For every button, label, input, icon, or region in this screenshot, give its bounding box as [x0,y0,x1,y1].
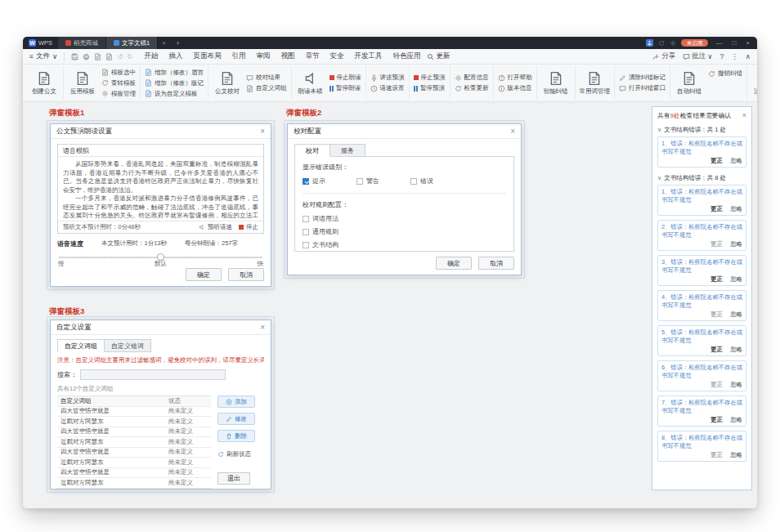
error-card[interactable]: 4、错误：检察院名称不存在或书写不规范 更正忽略 [657,290,746,321]
fix-button[interactable]: 更正 [711,240,723,248]
ok-button[interactable]: 确定 [186,268,222,281]
error-card[interactable]: 7、错误：检察院名称不存在或书写不规范 更正忽略 [657,396,746,427]
update-button[interactable]: 更新 [427,51,450,61]
tab-page-layout[interactable]: 页面布局 [193,51,221,61]
collapse-ribbon-icon[interactable]: ∧ [746,52,751,60]
refresh-status-button[interactable]: 刷新状态 [217,450,264,458]
add-button[interactable]: 添加 [217,396,255,408]
slider-handle[interactable] [157,253,164,261]
fix-button[interactable]: 更正 [711,311,723,319]
table-row[interactable]: 四大皆空悟空就是尚未定义 [57,468,211,479]
create-document-button[interactable]: 创建公文 [29,71,59,96]
version-info-button[interactable]: 版本信息 [498,84,532,92]
level-warning-checkbox[interactable]: 警告 [356,177,379,186]
fix-button[interactable]: 更正 [711,381,723,389]
table-row[interactable]: 逗戳对方阿瑟东尚未定义 [57,417,211,427]
stop-button[interactable]: 停止 [239,223,258,231]
tab-service[interactable]: 服务 [329,144,365,157]
settings-icon[interactable] [670,40,676,47]
fix-button[interactable]: 更正 [711,275,723,284]
template-convert-button[interactable]: 查转模板 [101,79,136,87]
tab-references[interactable]: 引用 [231,51,245,61]
tab-home[interactable]: 开始 [144,51,158,61]
tab-view[interactable]: 视图 [280,51,294,61]
fix-button[interactable]: 更正 [711,416,723,424]
ignore-button[interactable]: 忽略 [730,205,742,213]
close-window-button[interactable]: × [743,39,752,47]
tab-document[interactable]: 文字文稿1 [106,37,158,49]
tab-security[interactable]: 安全 [329,51,343,61]
fix-button[interactable]: 更正 [711,205,723,213]
more-menu-icon[interactable]: ⋮ [731,52,738,60]
check-update-button[interactable]: 检查更新 [455,84,489,92]
print-icon[interactable] [83,53,90,60]
table-row[interactable]: 四大皆空悟空就是尚未定义 [57,427,211,438]
ignore-button[interactable]: 忽略 [730,311,742,319]
set-custom-template-button[interactable]: 设为自定义模板 [145,90,204,98]
law-search-button[interactable]: 法规查询 [751,71,757,96]
level-error-checkbox[interactable]: 错误 [410,177,433,186]
redo-icon[interactable]: ↻ [127,52,132,60]
add-colophon-button[interactable]: 增加（修改）版记 [145,79,204,87]
rule-doc-structure-checkbox[interactable]: 文书结构 [303,240,506,249]
open-help-button[interactable]: 打开帮助 [498,74,532,82]
common-words-button[interactable]: 常用词管理 [580,71,611,96]
doc-proofread-button[interactable]: 公文校对 [213,71,242,96]
ok-button[interactable]: 确定 [436,257,472,270]
preview-speed-button[interactable]: 预听语速 [199,223,232,231]
table-row[interactable]: 逗戳对方阿瑟东尚未定义 [57,437,211,448]
share-button[interactable]: 分享 [652,51,675,61]
error-card[interactable]: 1、错误：检察院名称不存在或书写不规范 更正忽略 [657,136,746,168]
file-menu-button[interactable]: ≡ 文件 ∨ [29,51,57,61]
undo-correction-button[interactable]: 撤销纠错 [708,69,742,78]
save-icon[interactable] [71,53,78,60]
error-card[interactable]: 2、错误：检察院名称不存在或书写不规范 更正忽略 [657,220,746,251]
template-select-button[interactable]: 模板选中 [101,69,136,77]
exit-button[interactable]: 退出 [217,472,250,485]
minimize-button[interactable]: — [713,39,724,47]
close-icon[interactable]: × [510,127,515,136]
rule-word-usage-checkbox[interactable]: 词语用法 [303,214,506,223]
error-group-header[interactable]: ∨ 文书结构错误：共 8 处 [652,172,751,185]
clear-correction-marks-button[interactable]: 清除纠错标记 [619,74,666,82]
open-correction-window-button[interactable]: 打开纠错窗口 [619,84,666,92]
close-icon[interactable]: × [260,127,265,136]
tab-special-apps[interactable]: 特色应用 [392,51,420,61]
narrate-preview-button[interactable]: 讲述预演 [370,74,405,82]
license-status-pill[interactable]: 未启用 [681,39,709,47]
error-card[interactable]: 1、错误：检察院名称不存在或书写不规范 更正忽略 [657,185,746,216]
auto-correction-button[interactable]: 自动纠错 [675,71,704,96]
custom-phrases-button[interactable]: 自定义词组 [246,84,287,92]
smart-correction-button[interactable]: 智能纠错 [541,71,571,96]
table-row[interactable]: 逗戳对方阿瑟东尚未定义 [57,478,211,489]
stop-preview-button[interactable]: 停止预演 [414,74,446,82]
ignore-button[interactable]: 忽略 [730,157,742,165]
read-aloud-button[interactable]: 朗读本稿 [296,71,325,96]
tab-review[interactable]: 审阅 [256,51,270,61]
delete-button[interactable]: 删除 [217,430,255,442]
stop-reading-button[interactable]: 停止朗读 [329,74,361,82]
tab-docer-store[interactable]: 稻壳商城 [58,37,106,49]
speed-slider[interactable] [59,253,262,260]
sync-icon[interactable] [658,40,665,47]
tab-proofread[interactable]: 校对 [294,144,330,157]
ignore-button[interactable]: 忽略 [730,416,742,424]
undo-icon[interactable]: ↺ [117,52,123,60]
add-header-button[interactable]: 增加（修改）眉首 [145,69,204,77]
apply-template-button[interactable]: 应用模板 [68,71,97,96]
help-button[interactable]: ? [720,52,724,60]
tab-custom-phrases[interactable]: 自定义词组 [57,339,105,352]
close-tab-icon[interactable]: × [158,39,170,47]
tab-dev-tools[interactable]: 开发工具 [354,51,382,61]
speech-rate-button[interactable]: 语速设置 [370,84,405,92]
close-icon[interactable]: × [260,324,265,332]
edit-button[interactable]: 修改 [217,413,255,425]
cancel-button[interactable]: 取消 [228,268,264,281]
ignore-button[interactable]: 忽略 [730,240,742,248]
tab-custom-wrong-words[interactable]: 自定义错词 [104,339,151,352]
close-icon[interactable]: × [742,112,746,119]
ignore-button[interactable]: 忽略 [730,346,742,354]
error-card[interactable]: 6、错误：检察院名称不存在或书写不规范 更正忽略 [657,360,746,391]
user-avatar[interactable] [646,39,653,47]
pause-reading-button[interactable]: 暂停朗读 [329,84,361,92]
